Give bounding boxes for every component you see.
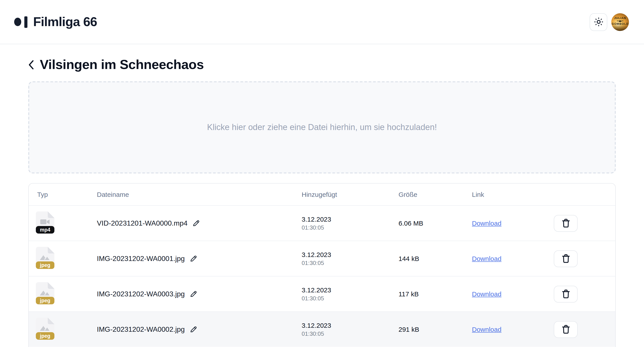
file-date: 3.12.2023 (302, 321, 398, 330)
main-content: Vilsingen im Schneechaos Klicke hier ode… (0, 57, 644, 347)
pencil-icon (192, 220, 200, 227)
table-header-row: Typ Dateiname Hinzugefügt Größe Link (29, 184, 615, 205)
table-row: jpeg IMG-20231202-WA0003.jpg 3.12.2023 0… (29, 276, 615, 312)
file-type-icon: jpeg (36, 282, 54, 304)
edit-filename-button[interactable] (190, 255, 197, 262)
file-date: 3.12.2023 (302, 250, 398, 259)
chevron-left-icon (28, 60, 34, 70)
file-date: 3.12.2023 (302, 286, 398, 294)
file-type-badge: jpeg (40, 333, 50, 338)
edit-filename-button[interactable] (190, 326, 197, 333)
file-size: 117 kB (398, 290, 472, 298)
page-title: Vilsingen im Schneechaos (40, 57, 204, 72)
app-title: Filmliga 66 (33, 14, 97, 29)
pencil-icon (190, 290, 197, 298)
column-header-type: Typ (29, 191, 97, 198)
edit-filename-button[interactable] (192, 220, 200, 227)
download-link[interactable]: Download (472, 219, 501, 227)
delete-button[interactable] (554, 250, 578, 267)
avatar-text-bottom: GOMBOLD (611, 22, 629, 25)
file-type-badge: mp4 (40, 227, 50, 232)
dropzone-text: Klicke hier oder ziehe eine Datei hierhi… (207, 122, 437, 132)
file-time: 01:30:05 (302, 331, 398, 337)
file-size: 144 kB (398, 255, 472, 262)
column-header-size: Größe (398, 191, 472, 198)
edit-filename-button[interactable] (190, 290, 197, 298)
trash-icon (562, 218, 570, 228)
table-row: mp4 VID-20231201-WA0000.mp4 3.12.2023 01… (29, 205, 615, 240)
download-link[interactable]: Download (472, 254, 501, 262)
file-type-icon: jpeg (36, 317, 54, 340)
file-time: 01:30:05 (302, 260, 398, 266)
logo-bar-icon (24, 16, 28, 28)
sun-icon (594, 17, 603, 26)
file-name: VID-20231201-WA0000.mp4 (97, 219, 188, 227)
trash-icon (562, 289, 570, 298)
file-date: 3.12.2023 (302, 215, 398, 224)
delete-button[interactable] (554, 321, 578, 338)
file-name: IMG-20231202-WA0001.jpg (97, 254, 185, 262)
page-head: Vilsingen im Schneechaos (28, 57, 616, 72)
avatar-text-top: JULIAN (611, 16, 629, 19)
file-time: 01:30:05 (302, 224, 398, 231)
back-button[interactable] (28, 60, 34, 70)
table-body: mp4 VID-20231201-WA0000.mp4 3.12.2023 01… (29, 205, 615, 347)
file-type-icon: jpeg (36, 246, 54, 269)
file-type-icon: mp4 (36, 211, 54, 233)
column-header-filename: Dateiname (97, 191, 302, 198)
download-link[interactable]: Download (472, 325, 501, 333)
file-time: 01:30:05 (302, 295, 398, 302)
file-size: 6.06 MB (398, 220, 472, 227)
table-row: jpeg IMG-20231202-WA0002.jpg 3.12.2023 0… (29, 312, 615, 347)
theme-toggle-button[interactable] (590, 13, 607, 31)
file-name: IMG-20231202-WA0003.jpg (97, 290, 185, 298)
file-name: IMG-20231202-WA0002.jpg (97, 325, 185, 333)
delete-button[interactable] (554, 215, 578, 232)
table-row: jpeg IMG-20231202-WA0001.jpg 3.12.2023 0… (29, 240, 615, 276)
file-type-badge: jpeg (40, 262, 50, 268)
app-window: Filmliga 66 (0, 0, 644, 347)
pencil-icon (190, 255, 197, 262)
download-link[interactable]: Download (472, 290, 501, 298)
trash-icon (562, 254, 570, 263)
files-table: Typ Dateiname Hinzugefügt Größe Link (28, 183, 616, 347)
logo-dot-icon (14, 18, 21, 26)
column-header-added: Hinzugefügt (302, 191, 398, 198)
trash-icon (562, 325, 570, 334)
column-header-link: Link (472, 191, 554, 198)
pencil-icon (190, 326, 197, 333)
top-bar: Filmliga 66 (0, 0, 644, 44)
file-size: 291 kB (398, 326, 472, 333)
file-type-badge: jpeg (40, 298, 50, 303)
app-logo: Filmliga 66 (14, 14, 97, 29)
user-avatar[interactable]: JULIAN GOMBOLD (611, 13, 629, 31)
delete-button[interactable] (554, 286, 578, 302)
upload-dropzone[interactable]: Klicke hier oder ziehe eine Datei hierhi… (28, 82, 616, 174)
